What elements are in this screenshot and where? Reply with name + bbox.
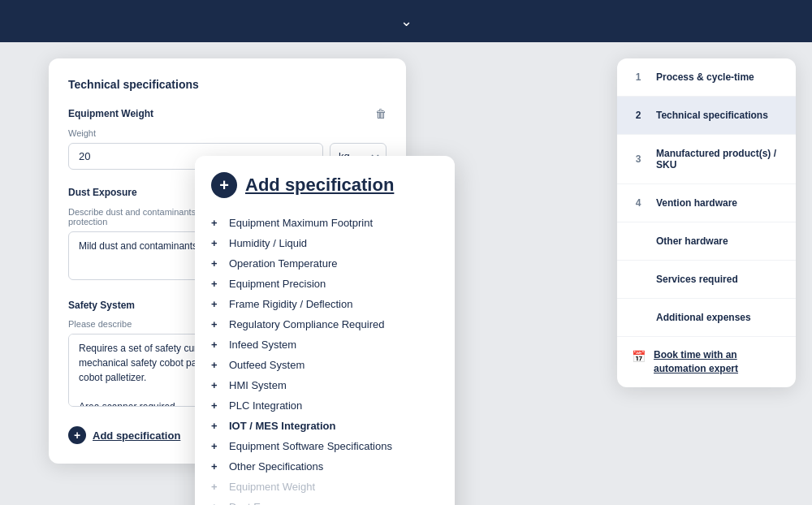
spec-option-outfeed-system[interactable]: + Outfeed System [211, 355, 435, 375]
step-1-number: 1 [632, 71, 645, 83]
add-specification-dropdown: + Add specification + Equipment Maximum … [195, 156, 455, 505]
spec-option-label: PLC Integration [229, 399, 302, 412]
spec-option-label: Frame Rigidity / Deflection [229, 298, 352, 310]
plus-icon-disabled: + [211, 481, 221, 493]
spec-option-equipment-weight-disabled: + Equipment Weight [211, 477, 435, 497]
step-3-number: 3 [632, 153, 645, 165]
dropdown-plus-icon: + [211, 172, 237, 198]
step-2-number: 2 [632, 110, 645, 121]
spec-option-operation-temperature[interactable]: + Operation Temperature [211, 253, 435, 274]
step-services-label: Services required [656, 274, 738, 285]
nav-chevron-icon: ⌄ [400, 12, 412, 30]
section-label-dust-exposure: Dust Exposure [68, 187, 137, 198]
spec-option-label: Equipment Software Specifications [229, 440, 392, 452]
spec-option-regulatory-compliance[interactable]: + Regulatory Compliance Required [211, 314, 435, 335]
step-2-technical-specs[interactable]: 2 Technical specifications [617, 97, 796, 135]
section-label-equipment-weight: Equipment Weight [68, 108, 153, 119]
plus-icon: + [211, 278, 221, 290]
spec-option-label: Humidity / Liquid [229, 237, 307, 249]
weight-field-label: Weight [68, 128, 387, 138]
spec-option-dust-exposure-disabled: + Dust Exposure [211, 497, 435, 505]
spec-option-equipment-maximum-footprint[interactable]: + Equipment Maximum Footprint [211, 213, 435, 233]
plus-icon: + [211, 460, 221, 473]
dropdown-title[interactable]: Add specification [245, 175, 394, 196]
plus-icon: + [211, 420, 221, 432]
step-other-hardware[interactable]: Other hardware [617, 222, 796, 261]
spec-option-label: Regulatory Compliance Required [229, 318, 385, 330]
spec-option-infeed-system[interactable]: + Infeed System [211, 335, 435, 355]
steps-navigation-panel: 1 Process & cycle-time 2 Technical speci… [617, 58, 796, 387]
spec-option-label: Equipment Maximum Footprint [229, 217, 373, 229]
spec-option-label: Outfeed System [229, 359, 304, 371]
plus-icon: + [211, 237, 221, 249]
main-content: Technical specifications Equipment Weigh… [0, 42, 812, 505]
spec-option-label: HMI System [229, 379, 287, 391]
book-time-link[interactable]: Book time with an automation expert [654, 348, 781, 376]
spec-option-label: Equipment Weight [229, 481, 315, 493]
plus-icon: + [211, 298, 221, 310]
specification-options-list: + Equipment Maximum Footprint + Humidity… [211, 213, 435, 505]
plus-icon: + [211, 440, 221, 452]
spec-option-hmi-system[interactable]: + HMI System [211, 375, 435, 395]
calendar-icon: 📅 [632, 350, 646, 363]
step-other-hardware-label: Other hardware [656, 235, 728, 247]
plus-icon: + [211, 359, 221, 371]
step-4-number: 4 [632, 197, 645, 209]
step-3-label: Manufactured product(s) / SKU [656, 148, 781, 170]
add-spec-label: Add specification [93, 429, 180, 442]
step-1-process-cycle-time[interactable]: 1 Process & cycle-time [617, 58, 796, 97]
spec-option-equipment-software[interactable]: + Equipment Software Specifications [211, 436, 435, 456]
spec-option-label: Other Specifications [229, 460, 323, 473]
step-2-label: Technical specifications [656, 110, 768, 121]
spec-option-equipment-precision[interactable]: + Equipment Precision [211, 274, 435, 294]
spec-option-other-specifications[interactable]: + Other Specifications [211, 456, 435, 477]
add-spec-plus-icon: + [68, 426, 86, 444]
delete-equipment-weight-icon[interactable]: 🗑 [375, 107, 387, 120]
step-3-manufactured-product[interactable]: 3 Manufactured product(s) / SKU [617, 135, 796, 184]
spec-option-label: IOT / MES Integration [229, 420, 335, 432]
plus-icon: + [211, 379, 221, 391]
step-1-label: Process & cycle-time [656, 71, 754, 83]
section-label-safety-system: Safety System [68, 300, 135, 311]
panel-title: Technical specifications [68, 78, 387, 91]
spec-option-label: Dust Exposure [229, 501, 298, 505]
spec-option-plc-integration[interactable]: + PLC Integration [211, 395, 435, 416]
step-additional-expenses[interactable]: Additional expenses [617, 299, 796, 336]
plus-icon-disabled: + [211, 501, 221, 505]
steps-list: 1 Process & cycle-time 2 Technical speci… [617, 58, 796, 336]
spec-option-label: Infeed System [229, 339, 296, 351]
step-expenses-label: Additional expenses [656, 312, 751, 323]
spec-option-iot-mes-integration[interactable]: + IOT / MES Integration [211, 416, 435, 436]
top-navigation: ⌄ [0, 0, 812, 42]
spec-option-label: Operation Temperature [229, 257, 337, 270]
step-4-label: Vention hardware [656, 197, 737, 209]
spec-option-frame-rigidity[interactable]: + Frame Rigidity / Deflection [211, 294, 435, 314]
section-header: Equipment Weight 🗑 [68, 107, 387, 120]
plus-icon: + [211, 339, 221, 351]
book-time-section: 📅 Book time with an automation expert [617, 336, 796, 387]
plus-icon: + [211, 217, 221, 229]
plus-icon: + [211, 399, 221, 412]
plus-icon: + [211, 318, 221, 330]
spec-option-humidity-liquid[interactable]: + Humidity / Liquid [211, 233, 435, 253]
spec-option-label: Equipment Precision [229, 278, 326, 290]
plus-icon: + [211, 257, 221, 270]
step-services-required[interactable]: Services required [617, 261, 796, 299]
step-4-vention-hardware[interactable]: 4 Vention hardware [617, 184, 796, 222]
dropdown-header: + Add specification [211, 172, 435, 198]
